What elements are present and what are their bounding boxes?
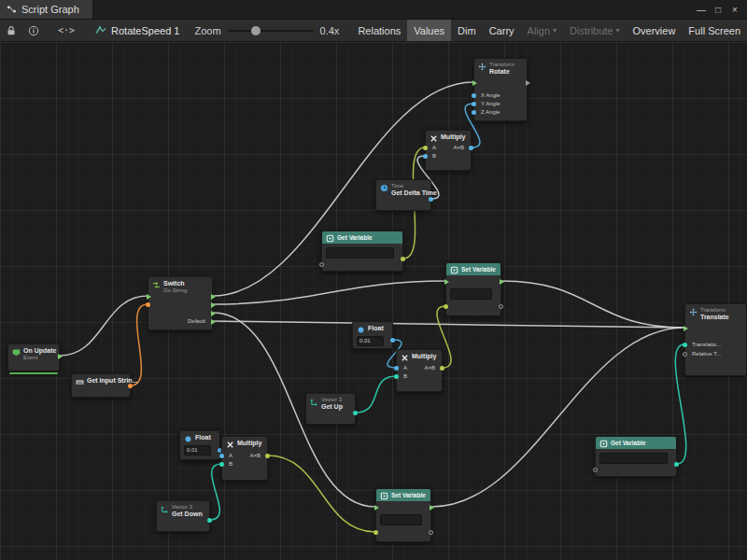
flow-port[interactable] xyxy=(211,294,216,300)
tab-script-graph[interactable]: Script Graph xyxy=(0,0,93,19)
node-header: Set Variable xyxy=(446,263,500,275)
flow-port[interactable] xyxy=(444,279,449,285)
node-set-var-bottom[interactable]: Set Variable xyxy=(375,488,431,542)
value-port[interactable] xyxy=(683,352,687,357)
graph-asset-icon xyxy=(95,25,106,35)
value-port[interactable] xyxy=(353,411,358,415)
edge-switch-to-set-var-mid[interactable] xyxy=(213,281,445,304)
flow-port[interactable] xyxy=(684,326,688,331)
flow-port[interactable] xyxy=(500,279,504,285)
flow-port[interactable] xyxy=(211,311,216,316)
node-titles: Float xyxy=(195,434,211,441)
port-label: X Angle xyxy=(481,92,500,98)
flow-port[interactable] xyxy=(472,80,477,86)
align-dropdown[interactable]: Align▾ xyxy=(521,20,563,41)
node-field[interactable] xyxy=(599,453,668,464)
value-port[interactable] xyxy=(219,462,224,467)
node-get-input[interactable]: Get Input Strin... xyxy=(71,373,131,398)
value-port[interactable] xyxy=(683,343,687,347)
value-port[interactable] xyxy=(469,146,473,150)
full-screen-button[interactable]: Full Screen xyxy=(682,20,747,41)
value-port[interactable] xyxy=(374,530,378,535)
node-vector3-up[interactable]: Vector 3Get Up xyxy=(305,393,356,425)
relations-button[interactable]: Relations xyxy=(351,20,407,41)
close-button[interactable]: × xyxy=(727,5,742,15)
graph-canvas[interactable]: On UpdateEventGet Input Strin...SwitchOn… xyxy=(0,42,747,560)
value-port[interactable] xyxy=(423,146,428,150)
node-float-mid[interactable]: Float0.01 xyxy=(352,321,393,349)
node-multiply-bottom[interactable]: MultiplyABA×B xyxy=(221,436,268,481)
node-multiply-mid[interactable]: MultiplyABA×B xyxy=(396,349,443,392)
node-switch[interactable]: SwitchOn StringDefault xyxy=(148,276,213,330)
node-get-var-right[interactable]: Get Variable xyxy=(595,436,677,477)
node-float-bottom[interactable]: Float0.01 xyxy=(179,430,220,460)
edge-get-input-to-switch[interactable] xyxy=(131,304,148,385)
graph-breadcrumb[interactable]: RotateSpeed 1 xyxy=(95,25,179,36)
edge-on-update-to-switch[interactable] xyxy=(60,296,148,356)
value-port[interactable] xyxy=(440,366,444,371)
value-port[interactable] xyxy=(472,93,476,98)
edge-vector3-up-to-multiply-mid[interactable] xyxy=(356,376,396,413)
node-field[interactable] xyxy=(450,288,492,300)
code-view-button[interactable]: <·> xyxy=(58,25,75,35)
node-get-var-top[interactable]: Get Variable xyxy=(321,231,403,272)
zoom-slider[interactable] xyxy=(228,30,314,32)
node-titles: Vector 3Get Down xyxy=(172,504,203,519)
node-field[interactable]: 0.01 xyxy=(184,445,211,455)
value-port[interactable] xyxy=(429,530,433,535)
value-port[interactable] xyxy=(401,257,405,261)
node-set-var-mid[interactable]: Set Variable xyxy=(445,262,501,316)
value-port[interactable] xyxy=(219,454,224,458)
maximize-button[interactable]: □ xyxy=(711,5,726,15)
flow-port[interactable] xyxy=(147,294,151,300)
value-port[interactable] xyxy=(429,197,433,202)
dim-button[interactable]: Dim xyxy=(451,20,483,41)
overview-button[interactable]: Overview xyxy=(627,20,683,41)
zoom-slider-handle[interactable] xyxy=(251,26,261,35)
edge-switch-to-translate[interactable] xyxy=(213,321,684,328)
flow-port[interactable] xyxy=(211,319,216,325)
node-rotate[interactable]: TransformRotateX AngleY AngleZ Angle xyxy=(473,58,528,121)
edge-set-var-mid-to-translate[interactable] xyxy=(501,281,684,328)
value-port[interactable] xyxy=(499,304,503,309)
node-on-update[interactable]: On UpdateEvent xyxy=(7,343,60,371)
values-button[interactable]: Values xyxy=(407,20,451,41)
distribute-dropdown[interactable]: Distribute▾ xyxy=(563,20,626,41)
carry-button[interactable]: Carry xyxy=(483,20,521,41)
value-port[interactable] xyxy=(394,366,399,371)
node-header: TimeGet Delta Time xyxy=(376,180,430,201)
flow-port[interactable] xyxy=(58,354,63,359)
node-multiply-top[interactable]: MultiplyABA×B xyxy=(425,130,472,171)
edge-vector3-down-to-multiply-bottom[interactable] xyxy=(210,464,221,520)
node-titles: TransformTranslate xyxy=(700,307,729,322)
value-port[interactable] xyxy=(472,110,476,115)
node-field[interactable]: 0.01 xyxy=(357,336,384,346)
edge-set-var-bottom-to-translate[interactable] xyxy=(431,328,684,507)
node-delta-time[interactable]: TimeGet Delta Time xyxy=(375,179,431,211)
value-port[interactable] xyxy=(423,154,428,159)
lock-button[interactable] xyxy=(0,20,22,41)
value-port[interactable] xyxy=(207,518,212,523)
value-port[interactable] xyxy=(674,462,679,467)
value-port[interactable] xyxy=(128,384,133,388)
info-button[interactable] xyxy=(22,20,45,41)
value-port[interactable] xyxy=(390,338,395,343)
flow-port[interactable] xyxy=(374,505,379,511)
script-graph-window: Script Graph — □ × <·> RotateSpeed 1 Zoo… xyxy=(0,0,747,560)
value-port[interactable] xyxy=(146,302,150,307)
node-translate[interactable]: TransformTranslateTranslatio...Relative … xyxy=(684,303,747,376)
node-type-label: Transform xyxy=(489,62,514,68)
value-port[interactable] xyxy=(394,374,399,379)
node-field[interactable] xyxy=(326,247,394,259)
value-port[interactable] xyxy=(265,454,270,458)
value-port[interactable] xyxy=(319,262,324,267)
flow-port[interactable] xyxy=(526,80,530,86)
node-field[interactable] xyxy=(380,514,422,525)
value-port[interactable] xyxy=(444,304,448,309)
value-port[interactable] xyxy=(593,468,598,472)
node-vector3-down[interactable]: Vector 3Get Down xyxy=(156,500,210,532)
value-port[interactable] xyxy=(472,102,476,106)
minimize-button[interactable]: — xyxy=(694,5,709,15)
flow-port[interactable] xyxy=(430,505,434,511)
flow-port[interactable] xyxy=(211,302,216,308)
